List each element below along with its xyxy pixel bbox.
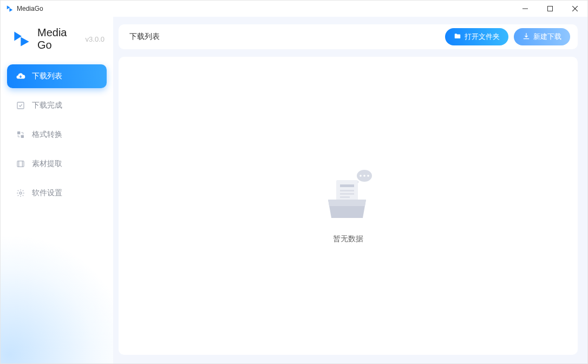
new-download-label: 新建下载 (533, 32, 561, 42)
svg-point-10 (19, 192, 22, 194)
svg-rect-6 (17, 102, 24, 109)
maximize-button[interactable] (538, 1, 563, 17)
brand: Media Go v3.0.0 (1, 17, 113, 64)
sidebar-item-label: 素材提取 (32, 159, 62, 169)
gear-icon (16, 188, 25, 198)
brand-version: v3.0.0 (86, 35, 104, 43)
nav: 下载列表 下载完成 格式转换 素材提取 (1, 64, 113, 205)
titlebar: MediaGo (1, 1, 587, 17)
sidebar-item-format-convert[interactable]: 格式转换 (7, 123, 107, 147)
svg-rect-19 (340, 196, 350, 198)
page-title: 下载列表 (129, 32, 160, 42)
app-logo (12, 30, 31, 48)
minimize-button[interactable] (513, 1, 538, 17)
svg-rect-9 (17, 161, 24, 167)
svg-rect-7 (17, 131, 20, 134)
svg-rect-17 (340, 190, 354, 191)
folder-icon (454, 32, 461, 42)
close-button[interactable] (563, 1, 587, 17)
content-panel: 暂无数据 (119, 57, 578, 355)
empty-state-illustration (318, 168, 378, 224)
empty-state-text: 暂无数据 (333, 234, 363, 244)
svg-point-13 (363, 175, 365, 177)
sidebar-item-download-complete[interactable]: 下载完成 (7, 94, 107, 117)
svg-point-12 (360, 175, 362, 177)
sidebar-item-label: 软件设置 (32, 188, 62, 198)
download-icon (522, 32, 530, 42)
open-folder-label: 打开文件夹 (465, 32, 500, 42)
sidebar-item-label: 格式转换 (32, 130, 62, 140)
toolbar: 下载列表 打开文件夹 新建下载 (119, 24, 578, 49)
sidebar-item-material-extract[interactable]: 素材提取 (7, 152, 107, 176)
sidebar-item-label: 下载完成 (32, 101, 62, 110)
main: 下载列表 打开文件夹 新建下载 (113, 17, 587, 363)
convert-icon (16, 130, 25, 140)
svg-rect-18 (340, 193, 354, 195)
film-icon (16, 159, 25, 169)
sidebar-item-settings[interactable]: 软件设置 (7, 181, 107, 205)
sidebar: Media Go v3.0.0 下载列表 下载完成 格式转换 (1, 17, 113, 363)
new-download-button[interactable]: 新建下载 (514, 28, 570, 45)
svg-rect-16 (340, 184, 354, 187)
svg-rect-8 (21, 135, 24, 138)
svg-point-14 (367, 175, 369, 177)
sidebar-item-download-list[interactable]: 下载列表 (7, 64, 107, 88)
cloud-download-icon (16, 71, 25, 81)
check-square-icon (16, 101, 25, 110)
svg-rect-1 (548, 6, 553, 11)
window-title: MediaGo (17, 5, 43, 12)
open-folder-button[interactable]: 打开文件夹 (445, 28, 508, 45)
brand-name: Media Go (37, 27, 76, 51)
app-logo-small (6, 5, 14, 12)
sidebar-item-label: 下载列表 (32, 71, 62, 81)
